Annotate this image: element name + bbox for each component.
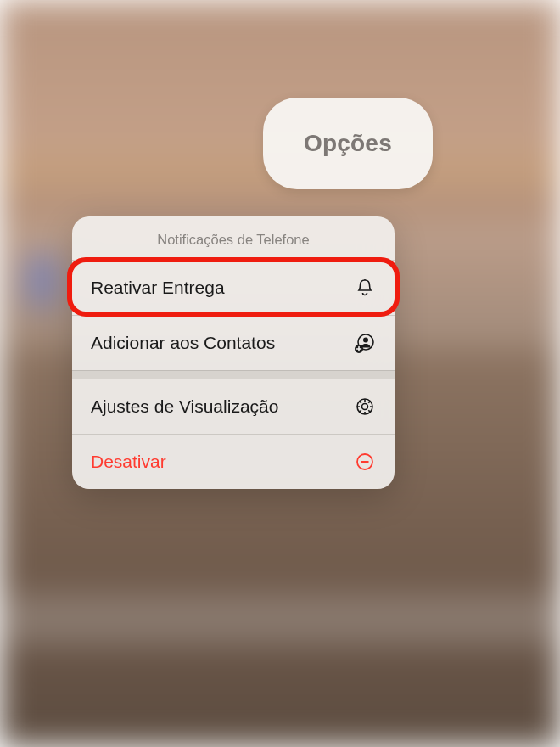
svg-line-9 bbox=[360, 402, 361, 403]
menu-item-label: Reativar Entrega bbox=[91, 278, 225, 298]
svg-line-11 bbox=[360, 410, 361, 412]
menu-item-label: Desativar bbox=[91, 452, 166, 472]
menu-item-view-settings[interactable]: Ajustes de Visualização bbox=[72, 379, 395, 434]
menu-item-reactivate-delivery[interactable]: Reativar Entrega bbox=[72, 260, 395, 315]
gear-icon bbox=[354, 396, 376, 418]
menu-item-disable[interactable]: Desativar bbox=[72, 434, 395, 489]
menu-divider bbox=[72, 370, 395, 379]
svg-line-12 bbox=[368, 402, 370, 403]
menu-item-label: Ajustes de Visualização bbox=[91, 396, 278, 417]
options-label: Opções bbox=[304, 130, 392, 156]
menu-header-text: Notificações de Telefone bbox=[157, 232, 309, 247]
svg-point-1 bbox=[363, 338, 368, 343]
bell-icon bbox=[354, 277, 376, 299]
minus-circle-icon bbox=[354, 451, 376, 473]
svg-line-10 bbox=[368, 410, 370, 412]
context-menu: Notificações de Telefone Reativar Entreg… bbox=[72, 216, 395, 489]
svg-point-4 bbox=[362, 404, 368, 410]
bg-accent bbox=[0, 594, 560, 645]
menu-item-add-contacts[interactable]: Adicionar aos Contatos bbox=[72, 315, 395, 370]
add-contact-icon bbox=[354, 332, 376, 354]
menu-item-label: Adicionar aos Contatos bbox=[91, 333, 275, 353]
options-button[interactable]: Opções bbox=[263, 98, 433, 189]
menu-header: Notificações de Telefone bbox=[72, 216, 395, 260]
